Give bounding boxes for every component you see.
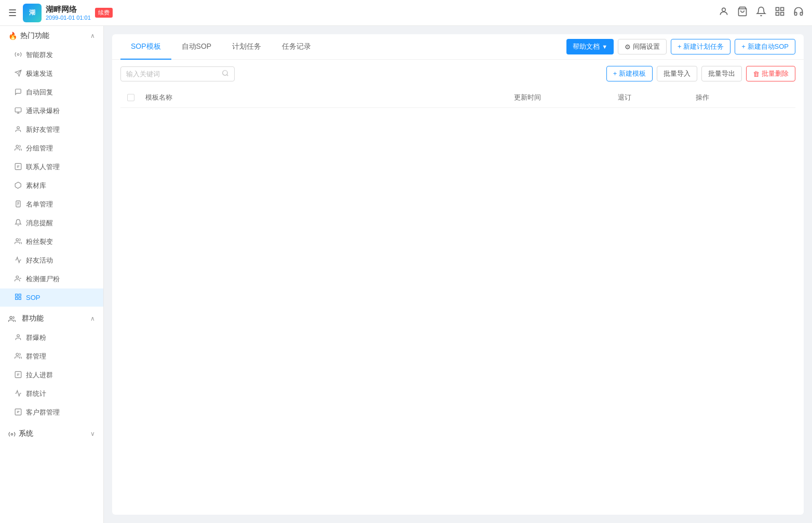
sidebar-label-zombie-detection: 检测僵尸粉 xyxy=(26,274,60,284)
sidebar-item-sop[interactable]: SOP xyxy=(0,288,103,307)
new-template-button[interactable]: + 新建模板 xyxy=(606,66,653,81)
system-section-label: 系统 xyxy=(19,429,33,438)
sidebar-label-fast-send: 极速发送 xyxy=(26,69,53,78)
topbar-right xyxy=(719,6,804,19)
company-name: 湖畔网络 xyxy=(46,5,91,15)
table-header-checkbox[interactable] xyxy=(120,93,141,102)
sidebar-label-customer-group: 客户群管理 xyxy=(26,408,60,417)
new-auto-sop-label: + 新建自动SOP xyxy=(741,42,789,51)
sidebar-item-contacts-explosion[interactable]: 通讯录爆粉 xyxy=(0,102,103,120)
sidebar-item-new-friends[interactable]: 新好友管理 xyxy=(0,120,103,139)
sidebar-item-group-admin[interactable]: 群管理 xyxy=(0,347,103,366)
table-header-unsubscribe: 退订 xyxy=(614,93,692,102)
content-area: SOP模板 自动SOP 计划任务 任务记录 帮助文档 ▼ ⚙ 间隔设置 + 新建… xyxy=(104,26,812,523)
sidebar-label-group-admin: 群管理 xyxy=(26,352,46,361)
tab-task-record[interactable]: 任务记录 xyxy=(272,35,321,60)
sidebar-label-group-management: 分组管理 xyxy=(26,144,53,153)
select-all-checkbox[interactable] xyxy=(127,94,134,101)
delete-icon: 🗑 xyxy=(753,70,760,78)
message-reminder-icon xyxy=(15,219,22,228)
sidebar-item-smart-group[interactable]: 智能群发 xyxy=(0,46,103,64)
help-doc-button[interactable]: 帮助文档 ▼ xyxy=(566,39,614,54)
svg-rect-29 xyxy=(15,371,21,378)
group-section-chevron: ∧ xyxy=(90,315,95,322)
svg-point-28 xyxy=(16,353,19,355)
svg-rect-25 xyxy=(19,297,21,299)
friend-activity-icon xyxy=(15,256,22,265)
svg-rect-3 xyxy=(781,8,784,11)
new-auto-sop-button[interactable]: + 新建自动SOP xyxy=(735,39,795,54)
system-section-header[interactable]: 系统 ∨ xyxy=(0,424,103,444)
tab-auto-sop[interactable]: 自动SOP xyxy=(171,35,222,60)
table-body-empty xyxy=(120,108,795,315)
user-icon[interactable] xyxy=(719,6,729,19)
sidebar-item-message-reminder[interactable]: 消息提醒 xyxy=(0,214,103,232)
grid-icon[interactable] xyxy=(775,6,785,19)
bell-icon[interactable] xyxy=(756,6,766,19)
group-section-label: 群功能 xyxy=(22,314,44,323)
sidebar-item-group-management[interactable]: 分组管理 xyxy=(0,139,103,158)
fans-split-icon xyxy=(15,238,22,246)
sidebar-label-new-friends: 新好友管理 xyxy=(26,125,60,134)
svg-rect-22 xyxy=(16,294,18,296)
tab-actions: 帮助文档 ▼ ⚙ 间隔设置 + 新建计划任务 + 新建自动SOP xyxy=(566,39,795,54)
sidebar-label-contacts-explosion: 通讯录爆粉 xyxy=(26,106,60,116)
svg-point-0 xyxy=(722,8,726,11)
sidebar-item-invite-group[interactable]: 拉人进群 xyxy=(0,366,103,384)
sidebar-label-contact-management: 联系人管理 xyxy=(26,162,60,172)
table-header: 模板名称 更新时间 退订 操作 xyxy=(120,88,795,108)
auto-reply-icon xyxy=(15,88,22,97)
sidebar-item-zombie-detection[interactable]: 检测僵尸粉 xyxy=(0,270,103,288)
interval-settings-button[interactable]: ⚙ 间隔设置 xyxy=(618,39,667,54)
invite-group-icon xyxy=(15,371,22,380)
toolbar: + 新建模板 批量导入 批量导出 🗑 批量删除 xyxy=(112,60,804,88)
sidebar-item-list-management[interactable]: 名单管理 xyxy=(0,195,103,214)
sidebar-item-friend-activity[interactable]: 好友活动 xyxy=(0,251,103,270)
table-header-update-time: 更新时间 xyxy=(510,93,614,102)
group-stats-icon xyxy=(15,390,22,398)
group-section-icon xyxy=(8,314,19,323)
contacts-explosion-icon xyxy=(15,107,22,116)
help-doc-arrow-icon: ▼ xyxy=(602,44,607,50)
search-input[interactable] xyxy=(126,70,219,78)
sidebar-item-contact-management[interactable]: 联系人管理 xyxy=(0,158,103,176)
headset-icon[interactable] xyxy=(793,6,804,19)
new-plan-task-button[interactable]: + 新建计划任务 xyxy=(671,39,730,54)
settings-icon: ⚙ xyxy=(625,43,631,51)
sidebar-item-material-library[interactable]: 素材库 xyxy=(0,176,103,195)
table-area: 模板名称 更新时间 退订 操作 xyxy=(112,88,804,324)
sidebar-item-group-stats[interactable]: 群统计 xyxy=(0,384,103,403)
group-explosion-icon xyxy=(15,334,22,342)
svg-rect-4 xyxy=(776,12,779,16)
batch-delete-button[interactable]: 🗑 批量删除 xyxy=(746,66,795,81)
sop-icon xyxy=(15,293,22,302)
topbar-left: ☰ 湖 湖畔网络 2099-01-01 01:01 续费 xyxy=(8,4,113,22)
sidebar-item-group-explosion[interactable]: 群爆粉 xyxy=(0,328,103,347)
renew-button[interactable]: 续费 xyxy=(95,8,113,18)
batch-import-button[interactable]: 批量导入 xyxy=(657,66,697,81)
tab-plan-task[interactable]: 计划任务 xyxy=(222,35,272,60)
hot-section-chevron: ∧ xyxy=(90,32,95,39)
hot-section-header[interactable]: 🔥 热门功能 ∧ xyxy=(0,26,103,46)
svg-rect-24 xyxy=(16,297,18,299)
svg-rect-9 xyxy=(15,107,21,112)
sidebar-item-customer-group[interactable]: 客户群管理 xyxy=(0,403,103,422)
main-layout: 🔥 热门功能 ∧ 智能群发 极速发送 自动回复 xyxy=(0,26,812,523)
zombie-detection-icon xyxy=(15,275,22,284)
sidebar-item-auto-reply[interactable]: 自动回复 xyxy=(0,83,103,102)
sidebar-item-fast-send[interactable]: 极速发送 xyxy=(0,64,103,83)
svg-point-6 xyxy=(17,53,19,56)
fast-send-icon xyxy=(15,70,22,78)
system-section-icon xyxy=(8,430,16,438)
group-section-header[interactable]: 群功能 ∧ xyxy=(0,309,103,328)
svg-rect-5 xyxy=(781,12,784,16)
tab-sop-template[interactable]: SOP模板 xyxy=(120,35,171,60)
hot-section-label: 热门功能 xyxy=(20,31,49,40)
hamburger-icon[interactable]: ☰ xyxy=(8,7,17,19)
svg-rect-14 xyxy=(15,163,21,170)
batch-export-button[interactable]: 批量导出 xyxy=(701,66,742,81)
cart-icon[interactable] xyxy=(737,6,748,19)
sidebar-item-fans-split[interactable]: 粉丝裂变 xyxy=(0,232,103,251)
topbar: ☰ 湖 湖畔网络 2099-01-01 01:01 续费 xyxy=(0,0,812,26)
system-section-chevron: ∨ xyxy=(90,430,95,437)
